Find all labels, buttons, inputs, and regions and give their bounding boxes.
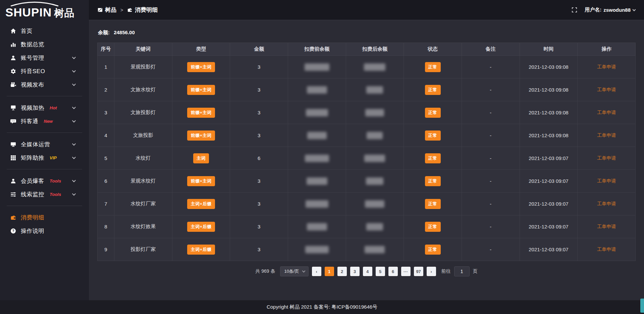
sidebar-item-label: 抖音SEO [21, 67, 45, 75]
cell-balance-after [346, 238, 404, 261]
chevron-down-icon[interactable] [633, 8, 636, 11]
sidebar-item-会员爆客[interactable]: 会员爆客Tools [0, 174, 89, 188]
page-button-3[interactable]: 3 [350, 267, 360, 276]
page-size-select[interactable]: 10条/页 [280, 266, 309, 276]
cell-keyword: 景观水纹灯 [114, 170, 172, 193]
side-widget-tab[interactable] [640, 299, 644, 313]
next-page-button[interactable]: › [427, 267, 436, 276]
sidebar-item-视频加热[interactable]: 视频加热Hot [0, 101, 89, 114]
blurred-balance-value [365, 109, 384, 116]
cell-time: 2021-12-03 09:07 [520, 170, 578, 193]
cell-amount: 3 [230, 193, 288, 215]
sidebar-divider [7, 206, 82, 206]
cell-balance-before [288, 170, 346, 193]
cell-balance-after [346, 215, 404, 238]
page-button-5[interactable]: 5 [376, 267, 385, 276]
svg-text:?: ? [12, 229, 14, 233]
prev-page-button[interactable]: ‹ [312, 267, 321, 276]
sidebar-item-label: 全媒体运营 [21, 141, 50, 148]
sidebar-item-tag: Tools [50, 192, 61, 197]
sidebar-item-视频发布[interactable]: 视频发布 [0, 78, 89, 91]
sidebar-item-首页[interactable]: 首页 [0, 24, 89, 38]
breadcrumb-item-current[interactable]: 消费明细 [127, 6, 158, 14]
page-button-97[interactable]: 97 [414, 267, 423, 276]
chevron-down-icon [72, 142, 76, 146]
grid-icon [10, 155, 16, 161]
sidebar-item-tag: Tools [50, 178, 61, 184]
chevron-down-icon [302, 269, 305, 273]
sidebar-item-线索监控[interactable]: 线索监控Tools [0, 188, 89, 201]
logo-text-en: SHUPIN [5, 6, 52, 18]
cell-keyword: 文旅投影灯 [114, 101, 172, 124]
ticket-request-link[interactable]: 工单申请 [597, 178, 616, 184]
fullscreen-icon[interactable] [572, 7, 577, 13]
ticket-request-link[interactable]: 工单申请 [597, 133, 616, 138]
page-button-2[interactable]: 2 [337, 267, 347, 276]
sidebar-item-label: 操作说明 [21, 227, 44, 235]
sidebar-item-数据总览[interactable]: 数据总览 [0, 38, 89, 51]
table-row: 4文旅投影前缀+主词3正常-2021-12-03 09:08工单申请 [98, 124, 636, 147]
content-area: 余额: 24856.00 序号关键词类型金额扣费前余额扣费后余额状态备注时间操作… [89, 20, 644, 300]
blurred-balance-value [367, 132, 383, 139]
cell-amount: 3 [230, 238, 288, 261]
ticket-request-link[interactable]: 工单申请 [597, 201, 616, 206]
chat-icon [10, 118, 16, 124]
sidebar-item-抖音SEO[interactable]: 抖音SEO [0, 64, 89, 78]
cell-keyword: 文旅水纹灯 [114, 78, 172, 101]
cell-index: 3 [98, 101, 114, 124]
cell-type: 前缀+主词 [172, 170, 230, 193]
username-value[interactable]: zswodun88 [603, 7, 631, 13]
breadcrumb-item-home[interactable]: 树品 [98, 6, 116, 14]
table-header-cell: 类型 [172, 43, 230, 56]
page-button-1[interactable]: 1 [325, 267, 334, 276]
cell-amount: 3 [230, 124, 288, 147]
ticket-request-link[interactable]: 工单申请 [597, 110, 616, 115]
cell-balance-after [346, 78, 404, 101]
cell-amount: 3 [230, 101, 288, 124]
cell-balance-before [288, 78, 346, 101]
ticket-request-link[interactable]: 工单申请 [597, 64, 616, 69]
cell-action: 工单申请 [578, 193, 636, 215]
chevron-down-icon [72, 119, 76, 122]
sidebar-item-账号管理[interactable]: 账号管理 [0, 51, 89, 64]
blurred-balance-value [307, 86, 327, 94]
ticket-request-link[interactable]: 工单申请 [597, 247, 616, 252]
ticket-request-link[interactable]: 工单申请 [597, 224, 616, 229]
table-header-cell: 备注 [462, 43, 520, 56]
cell-remark: - [462, 124, 520, 147]
page-button-4[interactable]: 4 [363, 267, 372, 276]
cell-remark: - [462, 170, 520, 193]
ticket-request-link[interactable]: 工单申请 [597, 87, 616, 92]
sidebar-item-操作说明[interactable]: ?操作说明 [0, 224, 89, 238]
cell-index: 1 [98, 56, 114, 78]
sidebar-item-label: 消费明细 [21, 214, 44, 221]
sidebar-item-全媒体运营[interactable]: 全媒体运营 [0, 138, 89, 151]
sidebar-item-矩阵助推[interactable]: 矩阵助推VIP [0, 151, 89, 164]
monitor-icon [10, 141, 16, 147]
status-badge: 正常 [425, 85, 441, 95]
cell-index: 9 [98, 238, 114, 261]
cell-time: 2021-12-03 09:07 [520, 193, 578, 215]
cell-time: 2021-12-03 09:08 [520, 124, 578, 147]
cell-index: 8 [98, 215, 114, 238]
table-row: 3文旅投影灯前缀+主词3正常-2021-12-03 09:08工单申请 [98, 101, 636, 124]
sidebar-item-抖客通[interactable]: 抖客通New [0, 114, 89, 128]
cell-remark: - [462, 101, 520, 124]
page-size-value: 10条/页 [284, 268, 299, 274]
page-button-6[interactable]: 6 [388, 267, 398, 276]
sidebar-item-label: 视频加热 [21, 104, 44, 112]
cell-remark: - [462, 56, 520, 78]
brand-logo[interactable]: SHUPIN 树品 [0, 0, 89, 21]
page-ellipsis-button[interactable]: ··· [401, 267, 411, 276]
goto-page-input[interactable] [454, 266, 470, 276]
cell-amount: 3 [230, 170, 288, 193]
sidebar-item-label: 视频发布 [21, 81, 44, 89]
sidebar-item-消费明细[interactable]: 消费明细 [0, 211, 89, 224]
cell-time: 2021-12-03 09:08 [520, 78, 578, 101]
chevron-down-icon [72, 69, 76, 72]
balance-display: 余额: 24856.00 [98, 30, 636, 36]
table-row: 7水纹灯厂家主词+后缀3正常-2021-12-03 09:07工单申请 [98, 193, 636, 215]
consumption-table: 序号关键词类型金额扣费前余额扣费后余额状态备注时间操作 1景观投影灯前缀+主词3… [97, 43, 636, 261]
ticket-request-link[interactable]: 工单申请 [597, 155, 616, 161]
blurred-balance-value [366, 223, 383, 230]
